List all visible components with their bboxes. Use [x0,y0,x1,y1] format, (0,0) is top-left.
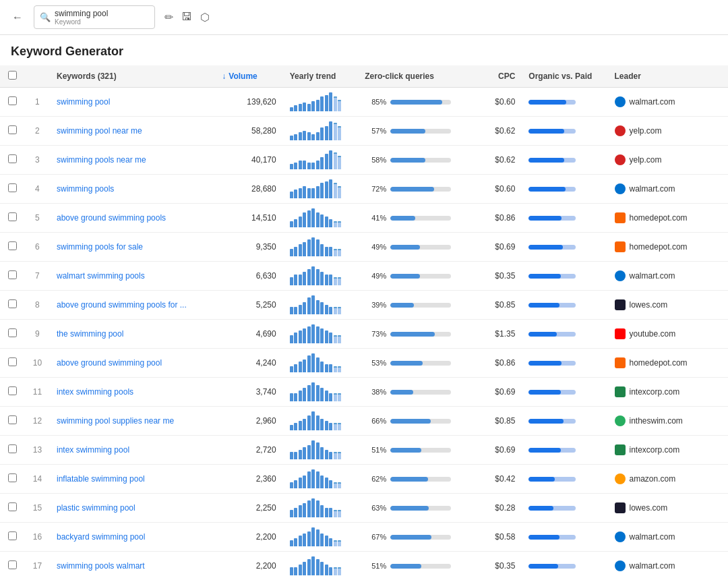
trend-bar [316,300,320,314]
trend-bar [325,450,328,459]
leader-cell: lowes.com [608,494,728,523]
keyword-link[interactable]: plastic swimming pool [57,503,135,513]
trend-bar [299,565,302,575]
trend-bar [320,562,324,575]
th-keywords[interactable]: Keywords (321) [50,65,215,88]
volume-cell: 2,360 [215,465,282,494]
row-checkbox[interactable] [8,299,17,308]
row-checkbox[interactable] [8,415,17,424]
keyword-link[interactable]: walmart swimming pools [57,271,145,281]
row-checkbox[interactable] [8,560,17,569]
leader-domain: intexcorp.com [630,445,680,455]
trend-bar [329,150,332,169]
row-checkbox[interactable] [8,154,17,163]
select-all-checkbox[interactable] [8,71,17,80]
keyword-link[interactable]: swimming pool [57,97,110,107]
leader-cell: lowes.com [608,291,728,320]
row-checkbox-cell [0,407,25,436]
trend-bar [325,536,328,546]
zero-click-bar: 49% [365,272,462,280]
trend-bar [320,388,324,401]
volume-cell: 139,620 [215,88,282,117]
row-checkbox[interactable] [8,357,17,366]
leader-inner: homedepot.com [615,357,721,368]
row-checkbox[interactable] [8,183,17,192]
keyword-link[interactable]: intex swimming pools [57,387,133,397]
leader-cell: walmart.com [608,88,728,117]
row-checkbox[interactable] [8,212,17,221]
row-index: 16 [25,523,50,552]
edit-icon[interactable]: ✏ [164,11,173,24]
trend-bar [325,126,328,140]
row-checkbox[interactable] [8,125,17,134]
row-checkbox[interactable] [8,531,17,540]
trend-bar [320,302,324,314]
trend-bar [307,445,311,459]
share-icon[interactable]: ⬡ [200,11,210,24]
leader-favicon [615,154,626,165]
cpc-cell: $0.86 [469,349,522,378]
trend-cell [283,262,359,291]
trend-bar [299,505,302,517]
trend-bar [325,565,328,575]
trend-cell [283,175,359,204]
keyword-link[interactable]: inflatable swimming pool [57,474,145,484]
trend-bar [299,450,302,459]
trend-bar [316,326,320,343]
save-icon[interactable]: 🖫 [181,11,192,24]
leader-favicon [615,241,626,252]
row-checkbox[interactable] [8,444,17,453]
back-button[interactable]: ← [8,10,27,25]
row-checkbox[interactable] [8,96,17,105]
keyword-link[interactable]: above ground swimming pools [57,213,166,223]
keyword-link[interactable]: above ground swimming pool [57,358,162,368]
leader-cell: youtube.com [608,320,728,349]
keyword-link[interactable]: intex swimming pool [57,445,129,455]
keyword-link[interactable]: swimming pools [57,184,114,194]
zero-click-track [390,506,451,511]
zero-click-cell: 57% [358,117,469,146]
trend-bars [290,266,344,285]
leader-domain: intexcorp.com [630,387,680,397]
organic-vs-paid-cell [522,523,607,552]
ovp-bar [528,564,576,569]
row-checkbox[interactable] [8,241,17,250]
keyword-cell: swimming pool supplies near me [50,407,215,436]
keyword-link[interactable]: swimming pools near me [57,155,146,165]
trend-bar [299,391,302,401]
row-checkbox[interactable] [8,328,17,337]
row-checkbox[interactable] [8,270,17,279]
trend-cell [283,146,359,175]
table-row: 15plastic swimming pool2,25063%$0.28lowe… [0,494,728,523]
keyword-link[interactable]: swimming pool supplies near me [57,416,174,426]
keyword-link[interactable]: swimming pool near me [57,126,142,136]
keyword-link[interactable]: the swimming pool [57,329,123,339]
keyword-link[interactable]: swimming pools for sale [57,242,143,252]
trend-bar [320,447,324,459]
trend-bar [338,482,341,488]
cpc-cell: $0.28 [469,494,522,523]
trend-bar [307,163,311,169]
th-cpc[interactable]: CPC [469,65,522,88]
th-index [25,65,50,88]
keyword-link[interactable]: backyard swimming pool [57,532,145,542]
trend-bar [325,421,328,430]
row-checkbox-cell [0,552,25,577]
keyword-link[interactable]: above ground swimming pools for ... [57,300,187,310]
row-checkbox[interactable] [8,502,17,511]
table-row: 6swimming pools for sale9,35049%$0.69hom… [0,233,728,262]
th-volume[interactable]: ↓ Volume [215,65,282,88]
th-organic-vs-paid: Organic vs. Paid [522,65,607,88]
search-bar[interactable]: 🔍 swimming pool Keyword [34,5,155,29]
zero-click-cell: 58% [358,146,469,175]
trend-cell [283,117,359,146]
trend-bar [299,161,302,169]
row-checkbox[interactable] [8,386,17,395]
zero-click-bar: 72% [365,185,462,193]
row-checkbox-cell [0,146,25,175]
zero-click-track [390,216,451,221]
keyword-link[interactable]: swimming pools walmart [57,561,145,571]
trend-cell [283,465,359,494]
row-checkbox[interactable] [8,473,17,482]
trend-bar [303,503,306,517]
